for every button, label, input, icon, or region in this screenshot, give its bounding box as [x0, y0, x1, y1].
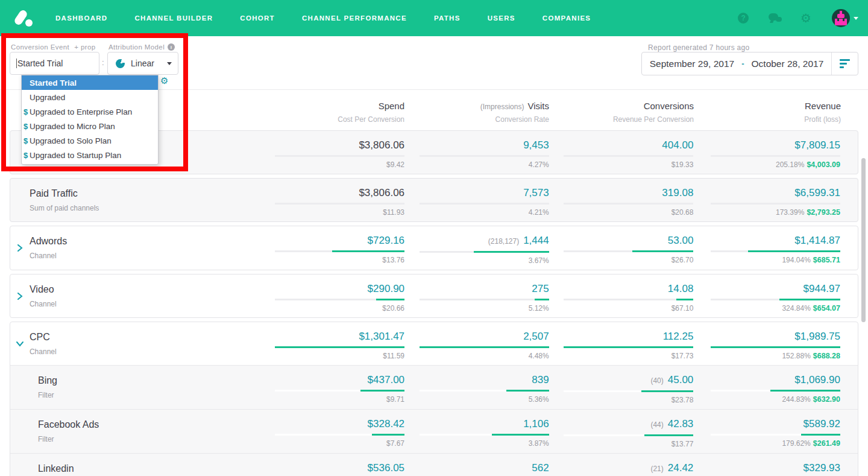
metric-bar	[711, 390, 840, 392]
dropdown-option-upgraded[interactable]: Upgraded	[22, 90, 158, 104]
conversions-value[interactable]: 319.08	[662, 187, 693, 198]
metric-bar	[564, 250, 693, 252]
conversion-rate: 4.27%	[404, 160, 549, 169]
revenue-cell: $1,414.87194.04%$685.71	[693, 235, 858, 264]
dropdown-option-started-trial[interactable]: Started Trial	[22, 75, 158, 90]
expand-chevron-icon[interactable]	[10, 283, 30, 300]
nav-item-cohort[interactable]: COHORT	[240, 14, 275, 22]
conversions-value[interactable]: 24.42	[668, 462, 694, 474]
conversions-value[interactable]: 45.00	[668, 374, 694, 386]
help-icon[interactable]: ?	[738, 13, 749, 24]
spend-value[interactable]: $290.90	[368, 283, 404, 294]
header-conversions: Conversions Revenue Per Conversion	[549, 101, 694, 124]
report-generated-text: Report generated 7 hours ago	[648, 43, 750, 52]
conversions-value[interactable]: 112.25	[663, 331, 694, 342]
spend-value[interactable]: $536.05	[368, 462, 404, 474]
revenue-value[interactable]: $1,069.90	[794, 374, 840, 386]
scrollbar-thumb[interactable]	[861, 158, 866, 322]
profit-value: $261.49	[813, 439, 840, 448]
visits-value[interactable]: 9,453	[523, 139, 549, 151]
spend-value[interactable]: $1,301.47	[359, 331, 404, 342]
visits-value[interactable]: 1,444	[523, 235, 549, 246]
visits-cell: 2,5074.48%	[404, 331, 549, 360]
spend-value[interactable]: $729.16	[368, 235, 404, 246]
collapse-chevron-icon[interactable]	[10, 331, 30, 347]
row-subtitle: Channel	[30, 347, 260, 356]
profit-percent: 152.88%	[782, 352, 810, 360]
revenue-value[interactable]: $1,989.75	[794, 331, 840, 342]
revenue-value[interactable]: $589.92	[804, 418, 840, 430]
cost-per-conversion: $11.93	[260, 208, 404, 217]
nav-item-paths[interactable]: PATHS	[434, 14, 461, 22]
visits-value[interactable]: 7,573	[523, 187, 549, 198]
nav-item-channel-performance[interactable]: CHANNEL PERFORMANCE	[302, 14, 407, 22]
dropdown-option-upgraded-micro[interactable]: $Upgraded to Micro Plan	[22, 119, 158, 133]
pie-chart-icon	[116, 59, 125, 68]
dollar-icon: $	[24, 107, 28, 116]
conversions-value[interactable]: 14.08	[668, 283, 694, 294]
metric-bar	[420, 346, 549, 348]
expand-chevron-icon[interactable]	[10, 235, 30, 252]
nav-item-channel-builder[interactable]: CHANNEL BUILDER	[134, 14, 213, 22]
visits-value[interactable]: 839	[532, 374, 549, 386]
text-cursor	[16, 59, 17, 68]
conversions-value[interactable]: 53.00	[668, 235, 694, 246]
separator-colon: :	[102, 58, 104, 67]
attribution-model-select[interactable]: Linear	[107, 52, 178, 75]
add-prop-button[interactable]: + prop	[74, 43, 95, 51]
visits-value[interactable]: 562	[532, 462, 549, 474]
cost-per-conversion: $9.42	[260, 160, 404, 169]
info-icon[interactable]: i	[168, 43, 175, 51]
spend-cell: $437.00$9.71	[260, 374, 404, 404]
metric-bar	[275, 390, 404, 392]
visits-value[interactable]: 2,507	[523, 331, 549, 342]
conversion-event-input[interactable]: Started Trial	[10, 52, 99, 75]
revenue-value[interactable]: $944.97	[804, 283, 840, 294]
dollar-icon: $	[24, 122, 28, 131]
cost-per-conversion: $20.66	[260, 304, 404, 313]
conversions-value[interactable]: 404.00	[662, 139, 693, 151]
settings-gear-icon[interactable]: ⚙	[800, 12, 811, 24]
date-range-picker[interactable]: September 29, 2017 - October 28, 2017	[641, 52, 858, 75]
nav-item-dashboard[interactable]: DASHBOARD	[55, 14, 107, 22]
table-settings-gear-icon[interactable]: ⚙	[160, 76, 168, 85]
revenue-value[interactable]: $6,599.31	[794, 187, 840, 198]
visits-cell: (218,127)1,4443.67%	[404, 235, 549, 265]
metric-bar	[420, 251, 549, 253]
row-subtitle: Filter	[38, 435, 260, 443]
conversion-count: (21)	[650, 465, 663, 473]
revenue-value[interactable]: $329.93	[804, 462, 840, 474]
dropdown-option-upgraded-startup[interactable]: $Upgraded to Startup Plan	[22, 148, 158, 162]
profit-percent: 244.83%	[782, 395, 810, 404]
row-adwords: Adwords Channel $729.16$13.76 (218,127)1…	[10, 226, 858, 270]
spend-value[interactable]: $328.42	[368, 418, 404, 430]
row-paid-traffic: Paid Traffic Sum of paid channels $3,806…	[10, 178, 858, 222]
conversions-cell: (40)45.00$23.78	[549, 374, 694, 404]
dropdown-option-upgraded-enterprise[interactable]: $Upgraded to Enterprise Plan	[22, 104, 158, 119]
filter-icon[interactable]	[831, 52, 858, 75]
nav-item-companies[interactable]: COMPANIES	[542, 14, 591, 22]
revenue-cell: $944.97324.84%$654.07	[693, 283, 858, 313]
chat-icon[interactable]	[769, 13, 782, 23]
metric-bar	[564, 434, 693, 436]
metric-bar	[711, 155, 840, 157]
account-chevron-down-icon[interactable]	[854, 17, 858, 20]
visits-value[interactable]: 275	[532, 283, 549, 294]
visits-value[interactable]: 1,106	[523, 418, 549, 430]
dropdown-caret-icon	[167, 62, 172, 65]
spend-value[interactable]: $437.00	[368, 374, 404, 386]
row-title: Linkedin	[38, 463, 260, 474]
revenue-value[interactable]: $7,809.15	[794, 139, 840, 151]
conversions-value[interactable]: 42.83	[668, 418, 694, 430]
user-avatar[interactable]	[832, 9, 850, 27]
app-logo-icon[interactable]	[13, 9, 34, 27]
nav-item-users[interactable]: USERS	[488, 14, 515, 22]
revenue-cell: $329.9361.55%-$206.12	[693, 462, 858, 476]
visits-cell: 1,1063.87%	[404, 418, 549, 448]
row-linkedin: Linkedin Filter $536.05$21.95 5624.34% (…	[10, 453, 858, 476]
dropdown-option-upgraded-solo[interactable]: $Upgraded to Solo Plan	[22, 133, 158, 148]
conversion-rate: 3.67%	[404, 256, 549, 265]
revenue-value[interactable]: $1,414.87	[794, 235, 840, 246]
revenue-per-conversion: $26.70	[549, 256, 694, 264]
profit-percent: 205.18%	[776, 160, 804, 169]
